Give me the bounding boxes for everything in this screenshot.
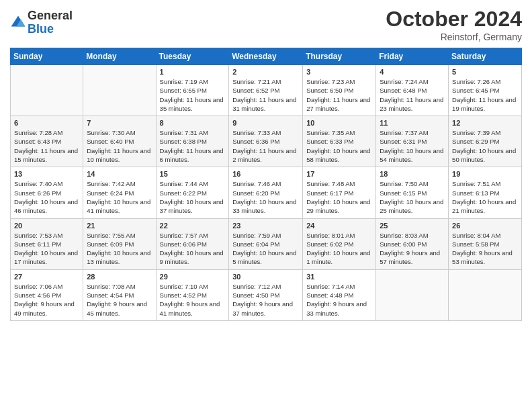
day-content: Sunrise: 7:24 AM Sunset: 6:48 PM Dayligh…: [380, 77, 445, 113]
day-number: 5: [452, 68, 518, 76]
day-number: 14: [87, 170, 152, 178]
day-content: Sunrise: 7:48 AM Sunset: 6:17 PM Dayligh…: [306, 179, 372, 215]
calendar-cell: [376, 269, 449, 320]
day-content: Sunrise: 7:14 AM Sunset: 4:48 PM Dayligh…: [306, 282, 372, 318]
col-saturday: Saturday: [449, 48, 522, 65]
day-number: 13: [14, 170, 79, 178]
day-number: 26: [452, 222, 518, 230]
day-number: 12: [452, 119, 518, 127]
day-content: Sunrise: 7:35 AM Sunset: 6:33 PM Dayligh…: [306, 128, 372, 164]
calendar-cell: 25Sunrise: 8:03 AM Sunset: 6:00 PM Dayli…: [376, 218, 449, 269]
day-content: Sunrise: 7:28 AM Sunset: 6:43 PM Dayligh…: [14, 128, 79, 164]
calendar-cell: [11, 65, 83, 116]
col-tuesday: Tuesday: [156, 48, 229, 65]
day-content: Sunrise: 7:21 AM Sunset: 6:52 PM Dayligh…: [232, 77, 299, 113]
calendar-cell: 13Sunrise: 7:40 AM Sunset: 6:26 PM Dayli…: [11, 167, 83, 218]
day-content: Sunrise: 7:57 AM Sunset: 6:06 PM Dayligh…: [160, 231, 226, 267]
calendar-cell: 5Sunrise: 7:26 AM Sunset: 6:45 PM Daylig…: [449, 65, 522, 116]
calendar-cell: 26Sunrise: 8:04 AM Sunset: 5:58 PM Dayli…: [449, 218, 522, 269]
calendar-cell: 31Sunrise: 7:14 AM Sunset: 4:48 PM Dayli…: [303, 269, 376, 320]
calendar-cell: 17Sunrise: 7:48 AM Sunset: 6:17 PM Dayli…: [303, 167, 376, 218]
calendar-cell: 29Sunrise: 7:10 AM Sunset: 4:52 PM Dayli…: [156, 269, 229, 320]
calendar-cell: 15Sunrise: 7:44 AM Sunset: 6:22 PM Dayli…: [156, 167, 229, 218]
day-number: 27: [14, 273, 79, 281]
calendar-cell: 27Sunrise: 7:06 AM Sunset: 4:56 PM Dayli…: [11, 269, 83, 320]
calendar-cell: 8Sunrise: 7:31 AM Sunset: 6:38 PM Daylig…: [156, 116, 229, 167]
calendar-week-1: 6Sunrise: 7:28 AM Sunset: 6:43 PM Daylig…: [11, 116, 522, 167]
day-number: 4: [380, 68, 445, 76]
day-number: 10: [306, 119, 372, 127]
day-content: Sunrise: 8:01 AM Sunset: 6:02 PM Dayligh…: [306, 231, 372, 267]
day-content: Sunrise: 7:33 AM Sunset: 6:36 PM Dayligh…: [232, 128, 299, 164]
calendar-cell: 28Sunrise: 7:08 AM Sunset: 4:54 PM Dayli…: [83, 269, 156, 320]
day-content: Sunrise: 7:40 AM Sunset: 6:26 PM Dayligh…: [14, 179, 79, 215]
calendar-cell: 7Sunrise: 7:30 AM Sunset: 6:40 PM Daylig…: [83, 116, 156, 167]
day-number: 18: [380, 170, 445, 178]
day-content: Sunrise: 7:08 AM Sunset: 4:54 PM Dayligh…: [87, 282, 152, 318]
calendar-week-4: 27Sunrise: 7:06 AM Sunset: 4:56 PM Dayli…: [11, 269, 522, 320]
calendar-cell: 1Sunrise: 7:19 AM Sunset: 6:55 PM Daylig…: [156, 65, 229, 116]
day-content: Sunrise: 7:44 AM Sunset: 6:22 PM Dayligh…: [160, 179, 226, 215]
day-content: Sunrise: 7:50 AM Sunset: 6:15 PM Dayligh…: [380, 179, 445, 215]
calendar-cell: 16Sunrise: 7:46 AM Sunset: 6:20 PM Dayli…: [229, 167, 303, 218]
calendar-table: Sunday Monday Tuesday Wednesday Thursday…: [10, 48, 522, 321]
calendar-cell: [449, 269, 522, 320]
day-content: Sunrise: 7:59 AM Sunset: 6:04 PM Dayligh…: [232, 231, 299, 267]
calendar-header-row: Sunday Monday Tuesday Wednesday Thursday…: [11, 48, 522, 65]
calendar-cell: 4Sunrise: 7:24 AM Sunset: 6:48 PM Daylig…: [376, 65, 449, 116]
day-content: Sunrise: 7:06 AM Sunset: 4:56 PM Dayligh…: [14, 282, 79, 318]
calendar-cell: 11Sunrise: 7:37 AM Sunset: 6:31 PM Dayli…: [376, 116, 449, 167]
day-content: Sunrise: 7:30 AM Sunset: 6:40 PM Dayligh…: [87, 128, 152, 164]
day-number: 30: [232, 273, 299, 281]
month-title: October 2024: [386, 7, 522, 32]
day-number: 22: [160, 222, 226, 230]
col-wednesday: Wednesday: [229, 48, 303, 65]
calendar-cell: 18Sunrise: 7:50 AM Sunset: 6:15 PM Dayli…: [376, 167, 449, 218]
col-friday: Friday: [376, 48, 449, 65]
day-number: 19: [452, 170, 518, 178]
day-number: 24: [306, 222, 372, 230]
day-content: Sunrise: 7:26 AM Sunset: 6:45 PM Dayligh…: [452, 77, 518, 113]
day-content: Sunrise: 7:19 AM Sunset: 6:55 PM Dayligh…: [160, 77, 226, 113]
day-number: 8: [160, 119, 226, 127]
logo-blue: Blue: [28, 23, 73, 36]
day-number: 3: [306, 68, 372, 76]
day-number: 21: [87, 222, 152, 230]
day-content: Sunrise: 7:53 AM Sunset: 6:11 PM Dayligh…: [14, 231, 79, 267]
day-content: Sunrise: 7:37 AM Sunset: 6:31 PM Dayligh…: [380, 128, 445, 164]
day-number: 16: [232, 170, 299, 178]
day-number: 29: [160, 273, 226, 281]
col-monday: Monday: [83, 48, 156, 65]
day-content: Sunrise: 8:03 AM Sunset: 6:00 PM Dayligh…: [380, 231, 445, 267]
calendar-cell: 19Sunrise: 7:51 AM Sunset: 6:13 PM Dayli…: [449, 167, 522, 218]
logo-text: General Blue: [28, 9, 73, 36]
calendar-cell: 30Sunrise: 7:12 AM Sunset: 4:50 PM Dayli…: [229, 269, 303, 320]
calendar-cell: 21Sunrise: 7:55 AM Sunset: 6:09 PM Dayli…: [83, 218, 156, 269]
calendar-cell: 10Sunrise: 7:35 AM Sunset: 6:33 PM Dayli…: [303, 116, 376, 167]
day-number: 6: [14, 119, 79, 127]
day-number: 9: [232, 119, 299, 127]
day-content: Sunrise: 7:42 AM Sunset: 6:24 PM Dayligh…: [87, 179, 152, 215]
title-block: October 2024 Reinstorf, Germany: [386, 7, 522, 42]
calendar-cell: 23Sunrise: 7:59 AM Sunset: 6:04 PM Dayli…: [229, 218, 303, 269]
calendar-cell: 12Sunrise: 7:39 AM Sunset: 6:29 PM Dayli…: [449, 116, 522, 167]
day-content: Sunrise: 7:51 AM Sunset: 6:13 PM Dayligh…: [452, 179, 518, 215]
day-content: Sunrise: 7:23 AM Sunset: 6:50 PM Dayligh…: [306, 77, 372, 113]
calendar-week-2: 13Sunrise: 7:40 AM Sunset: 6:26 PM Dayli…: [11, 167, 522, 218]
calendar-cell: 3Sunrise: 7:23 AM Sunset: 6:50 PM Daylig…: [303, 65, 376, 116]
day-number: 31: [306, 273, 372, 281]
day-number: 1: [160, 68, 226, 76]
logo: General Blue: [10, 9, 73, 36]
day-content: Sunrise: 7:55 AM Sunset: 6:09 PM Dayligh…: [87, 231, 152, 267]
day-number: 11: [380, 119, 445, 127]
logo-general: General: [28, 9, 73, 23]
calendar-cell: 2Sunrise: 7:21 AM Sunset: 6:52 PM Daylig…: [229, 65, 303, 116]
calendar-cell: 22Sunrise: 7:57 AM Sunset: 6:06 PM Dayli…: [156, 218, 229, 269]
day-number: 23: [232, 222, 299, 230]
day-number: 2: [232, 68, 299, 76]
day-content: Sunrise: 8:04 AM Sunset: 5:58 PM Dayligh…: [452, 231, 518, 267]
day-number: 17: [306, 170, 372, 178]
calendar-cell: 9Sunrise: 7:33 AM Sunset: 6:36 PM Daylig…: [229, 116, 303, 167]
day-number: 20: [14, 222, 79, 230]
calendar-cell: 6Sunrise: 7:28 AM Sunset: 6:43 PM Daylig…: [11, 116, 83, 167]
